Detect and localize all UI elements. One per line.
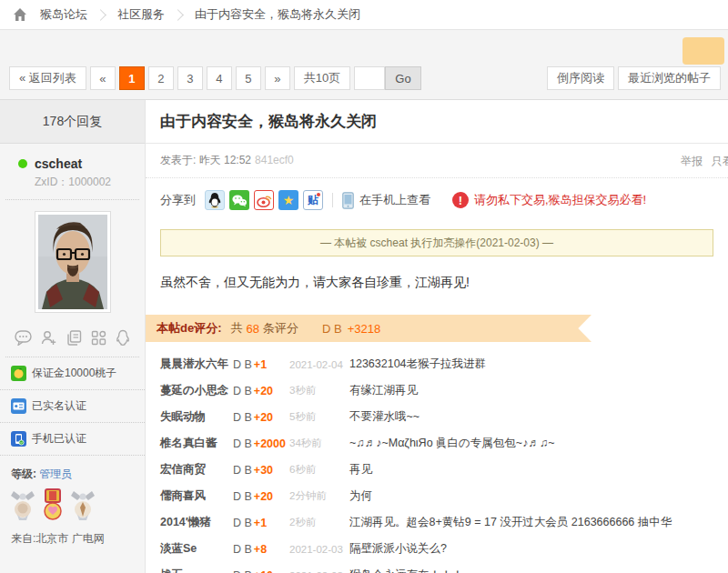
currency-label: D B bbox=[233, 385, 252, 397]
rater-name[interactable]: 儒商喜风 bbox=[160, 488, 233, 504]
page-button-1[interactable]: 1 bbox=[119, 66, 145, 90]
home-icon[interactable] bbox=[13, 7, 27, 22]
tieba-dot bbox=[317, 193, 320, 196]
currency-label: D B bbox=[233, 437, 252, 450]
rating-row: 淡蓝Se D B+8 2021-02-03 隔壁派派小说关么? bbox=[146, 536, 728, 562]
mobile-phone-icon bbox=[342, 192, 354, 209]
rating-row: 失眠动物 D B+20 5秒前 不要灌水哦~~ bbox=[146, 404, 728, 430]
post-body: 虽然不舍，但又无能为力，请大家各自珍重，江湖再见! bbox=[146, 256, 728, 311]
rating-value: +2000 bbox=[254, 437, 286, 450]
rating-comment: 隔壁派派小说关么? bbox=[349, 541, 447, 557]
copy-icon[interactable] bbox=[66, 330, 82, 346]
level-value[interactable]: 管理员 bbox=[39, 467, 72, 480]
page-button-5[interactable]: 5 bbox=[236, 66, 261, 90]
next-page-button[interactable]: » bbox=[265, 66, 290, 90]
report-link[interactable]: 举报 bbox=[681, 154, 703, 169]
share-qzone-icon[interactable]: ★ bbox=[278, 190, 298, 210]
rating-comment: 有缘江湖再见 bbox=[349, 383, 418, 398]
currency-label: D B bbox=[233, 569, 252, 573]
level-label: 等级: bbox=[11, 467, 36, 480]
breadcrumb-item-forum[interactable]: 猴岛论坛 bbox=[35, 6, 93, 23]
reply-count: 178个回复 bbox=[0, 100, 145, 144]
rater-name[interactable]: 晨晨潜水六年 bbox=[160, 357, 233, 372]
rater-name[interactable]: 2014′懒猪 bbox=[160, 515, 233, 530]
pagination-bar: « 返回列表 « 1 2 3 4 5 » 共10页 Go 倒序阅读 最近浏览的帖… bbox=[0, 30, 728, 100]
rating-row: 晨晨潜水六年 D B+1 2021-02-04 123632104老猴子拉我进群 bbox=[146, 351, 728, 377]
badge-label: 保证金10000桃子 bbox=[32, 366, 116, 381]
medal-icon[interactable] bbox=[69, 488, 96, 522]
rating-row: 椎名真白酱 D B+2000 34秒前 ~♫♬♪~MαζhιЯo 眞白の专属包包… bbox=[146, 430, 728, 457]
post-meta-row: 发表于: 昨天 12:52841ecf0 举报 只看楼主 bbox=[146, 144, 728, 178]
prev-page-button[interactable]: « bbox=[90, 66, 116, 90]
total-pages-label: 共10页 bbox=[294, 66, 350, 90]
rater-name[interactable]: 宏信商贸 bbox=[160, 462, 233, 478]
breadcrumb-item-section[interactable]: 社区服务 bbox=[112, 6, 170, 23]
badge-label: 手机已认证 bbox=[32, 431, 86, 447]
mobile-view-link[interactable]: 在手机上查看 bbox=[359, 192, 430, 208]
rating-count-prefix: 共 bbox=[231, 320, 243, 337]
go-button[interactable]: Go bbox=[385, 66, 420, 90]
rater-name[interactable]: 淡蓝Se bbox=[160, 541, 233, 557]
author-sidebar: 178个回复 cscheat ZxID：1000002 bbox=[0, 100, 146, 573]
badge-phone[interactable]: 手机已认证 bbox=[0, 423, 145, 456]
currency-label: D B bbox=[233, 543, 252, 556]
rating-summary-ribbon: 本帖de评分: 共 68 条评分 D B +3218 bbox=[146, 315, 592, 342]
qq-icon[interactable] bbox=[116, 329, 130, 346]
page-button-3[interactable]: 3 bbox=[177, 66, 203, 90]
medal-icon[interactable] bbox=[39, 488, 66, 522]
currency-label: D B bbox=[233, 358, 252, 371]
apps-grid-icon[interactable] bbox=[91, 330, 106, 346]
qzone-star-glyph: ★ bbox=[283, 193, 295, 207]
badge-realname[interactable]: 已实名认证 bbox=[0, 390, 145, 423]
rating-row: 儒商喜风 D B+20 2分钟前 为何 bbox=[146, 483, 728, 509]
share-tieba-icon[interactable]: 贴 bbox=[303, 190, 323, 210]
message-icon[interactable] bbox=[15, 330, 32, 346]
rating-count-suffix: 条评分 bbox=[263, 320, 298, 337]
author-username[interactable]: cscheat bbox=[35, 156, 82, 171]
trade-warning-link[interactable]: 请勿私下交易,猴岛担保交易必看! bbox=[474, 192, 646, 208]
rating-comment: 为何 bbox=[349, 488, 372, 504]
medal-icon[interactable] bbox=[9, 488, 36, 522]
author-location: 来自:北京市 广电网 bbox=[0, 524, 145, 554]
level-line: 等级: 管理员 bbox=[0, 456, 145, 484]
page-button-2[interactable]: 2 bbox=[148, 66, 174, 90]
realname-badge-icon bbox=[11, 398, 26, 414]
badge-deposit[interactable]: 保证金10000桃子 bbox=[0, 357, 145, 390]
rating-row: 战五 D B+10 2021-02-03 猴岛会永远存在！！！ bbox=[146, 562, 728, 573]
badge-label: 已实名认证 bbox=[32, 398, 86, 414]
rating-comment: ~♫♬♪~MαζhιЯo 眞白の专属包包~♪♬♫~ bbox=[349, 436, 555, 451]
recent-viewed-button[interactable]: 最近浏览的帖子 bbox=[618, 66, 721, 90]
medals bbox=[0, 484, 145, 524]
rating-time: 34秒前 bbox=[289, 437, 349, 450]
only-author-link[interactable]: 只看楼主 bbox=[712, 154, 728, 169]
add-friend-icon[interactable] bbox=[41, 330, 56, 346]
back-to-list-button[interactable]: « 返回列表 bbox=[9, 66, 86, 90]
floating-button[interactable] bbox=[682, 37, 724, 65]
rating-comment: 不要灌水哦~~ bbox=[349, 409, 420, 425]
share-weibo-icon[interactable] bbox=[254, 190, 274, 210]
post-main: 由于内容安全，猴岛将永久关闭 发表于: 昨天 12:52841ecf0 举报 只… bbox=[146, 100, 728, 573]
rater-name[interactable]: 椎名真白酱 bbox=[160, 436, 233, 451]
rating-time: 2021-02-03 bbox=[289, 570, 349, 573]
currency-label: D B bbox=[233, 490, 252, 503]
page-jump-input[interactable] bbox=[354, 66, 385, 90]
currency-label: D B bbox=[233, 411, 252, 424]
avatar[interactable] bbox=[35, 211, 111, 313]
page-button-4[interactable]: 4 bbox=[207, 66, 232, 90]
rating-time: 2秒前 bbox=[289, 516, 349, 529]
share-qq-icon[interactable] bbox=[205, 190, 225, 210]
deposit-badge-icon bbox=[11, 366, 26, 381]
rating-row: 宏信商贸 D B+30 6秒前 再见 bbox=[146, 457, 728, 483]
rating-time: 2021-02-03 bbox=[289, 544, 349, 555]
rater-name[interactable]: 失眠动物 bbox=[160, 409, 233, 425]
currency-label: D B bbox=[233, 464, 252, 477]
rater-name[interactable]: 战五 bbox=[160, 568, 233, 573]
share-wechat-icon[interactable] bbox=[229, 190, 249, 210]
rating-currency: D B bbox=[322, 322, 342, 336]
rating-header-label: 本帖de评分: bbox=[157, 320, 222, 337]
share-label: 分享到 bbox=[160, 192, 196, 208]
rater-name[interactable]: 蔓延の小思念 bbox=[160, 383, 233, 398]
rating-comment: 猴岛会永远存在！！！ bbox=[349, 568, 463, 573]
reverse-order-button[interactable]: 倒序阅读 bbox=[547, 66, 614, 90]
author-action-icons bbox=[0, 320, 145, 357]
